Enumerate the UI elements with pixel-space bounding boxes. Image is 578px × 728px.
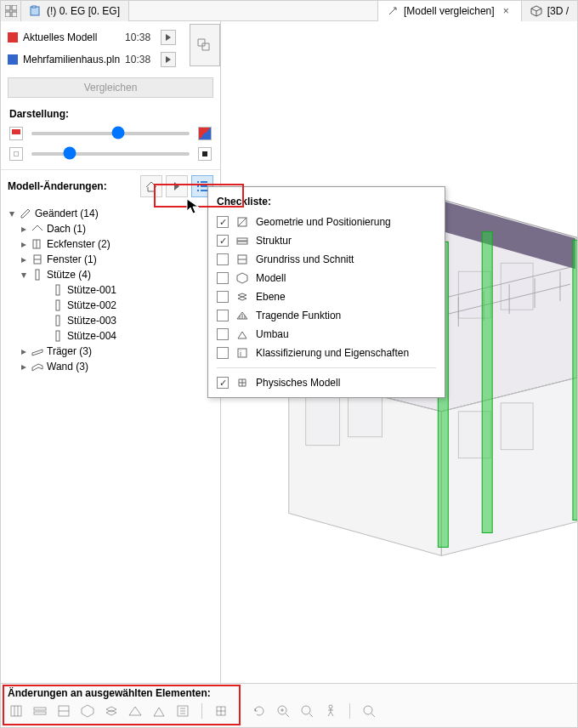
checklist-layer[interactable]: Ebene (208, 287, 445, 306)
column-icon (31, 269, 43, 281)
geometry-icon (235, 215, 249, 229)
checklist-plan[interactable]: Grundriss und Schnitt (208, 250, 445, 269)
arrow-button[interactable] (166, 175, 188, 197)
tab-floorplan-label: (!) 0. EG [0. EG] (47, 5, 120, 17)
search-icon[interactable] (360, 702, 377, 719)
renovation-icon[interactable] (150, 702, 167, 719)
checkbox-checked-icon[interactable]: ✓ (217, 216, 229, 228)
tree-col-002[interactable]: Stütze-002 (8, 298, 213, 313)
color-b-icon[interactable] (198, 127, 212, 140)
tree-column-label: Stütze (4) (47, 269, 91, 281)
close-icon[interactable]: × (500, 5, 513, 17)
svg-line-63 (309, 714, 313, 717)
chevron-down-icon[interactable]: ▾ (8, 208, 16, 219)
checkbox-checked-icon[interactable]: ✓ (217, 235, 229, 247)
zoom-fit-icon[interactable] (298, 702, 315, 719)
checkbox-unchecked-icon[interactable] (217, 328, 229, 340)
play-button-a[interactable] (161, 30, 176, 45)
physical-icon (235, 376, 249, 390)
tab-3d[interactable]: [3D / (522, 1, 577, 21)
structural-icon[interactable] (127, 702, 144, 719)
tree-window[interactable]: ▸ Fenster (1) (8, 252, 213, 267)
model-a-time: 10:38 (125, 31, 156, 43)
svg-line-39 (238, 218, 246, 226)
svg-rect-20 (306, 395, 340, 446)
plan-icon (30, 5, 42, 17)
svg-rect-47 (34, 708, 46, 710)
color-slider[interactable] (31, 132, 190, 135)
tab-compare[interactable]: [Modell vergleichen] × (378, 1, 522, 21)
chevron-right-icon[interactable]: ▸ (20, 253, 28, 265)
geometry-icon[interactable] (8, 702, 25, 719)
cornerwin-icon (31, 238, 43, 250)
checklist-geometry[interactable]: ✓ Geometrie und Positionierung (208, 213, 445, 231)
chevron-right-icon[interactable]: ▸ (20, 361, 28, 373)
checklist-structure[interactable]: ✓ Struktur (208, 231, 445, 250)
svg-rect-13 (56, 316, 60, 326)
zoom-in-icon[interactable] (275, 702, 292, 719)
model-icon[interactable] (79, 702, 96, 719)
checkbox-unchecked-icon[interactable] (217, 310, 229, 321)
svg-line-59 (286, 714, 289, 717)
svg-rect-10 (36, 270, 39, 280)
chevron-right-icon[interactable]: ▸ (20, 223, 28, 235)
tree-root[interactable]: ▾ Geändert (14) (8, 206, 213, 221)
tree-wall[interactable]: ▸ Wand (3) (8, 359, 213, 374)
layer-icon (235, 290, 249, 304)
tree-col-002-label: Stütze-002 (67, 299, 116, 311)
tree-beam[interactable]: ▸ Träger (3) (8, 344, 213, 359)
checkbox-unchecked-icon[interactable] (217, 272, 229, 284)
svg-point-65 (364, 706, 372, 714)
chevron-right-icon[interactable]: ▸ (20, 238, 28, 250)
layer-icon[interactable] (103, 702, 120, 719)
checkbox-unchecked-icon[interactable] (217, 253, 229, 265)
tree-wall-label: Wand (3) (47, 361, 88, 373)
model-a-row: Aktuelles Modell 10:38 (8, 26, 176, 48)
chevron-right-icon[interactable]: ▸ (20, 345, 28, 357)
bottom-title: Änderungen an ausgewählten Elementen: (1, 684, 577, 699)
thumbnails-icon[interactable] (1, 1, 21, 21)
checklist-geometry-label: Geometrie und Positionierung (256, 216, 391, 228)
beam-icon (31, 345, 43, 357)
svg-rect-36 (482, 231, 492, 532)
checkbox-checked-icon[interactable]: ✓ (217, 377, 229, 389)
tab-compare-label: [Modell vergleichen] (404, 5, 495, 17)
tree-roof[interactable]: ▸ Dach (1) (8, 221, 213, 236)
play-button-b[interactable] (161, 52, 176, 67)
cube-icon (530, 5, 542, 17)
checkbox-unchecked-icon[interactable] (217, 347, 229, 359)
merge-button[interactable] (190, 24, 220, 66)
refresh-icon[interactable] (251, 702, 268, 719)
physical-icon[interactable] (212, 702, 230, 719)
plan-icon[interactable] (55, 702, 72, 719)
classify-icon[interactable] (174, 702, 191, 719)
opacity-min-icon[interactable] (9, 147, 23, 161)
changes-title: Modell-Änderungen: (8, 180, 137, 192)
tab-floorplan[interactable]: (!) 0. EG [0. EG] (21, 1, 129, 21)
tree-col-003[interactable]: Stütze-003 (8, 313, 213, 328)
chevron-down-icon[interactable]: ▾ (20, 269, 28, 281)
opacity-slider[interactable] (31, 152, 190, 156)
checklist-model[interactable]: Modell (208, 269, 445, 287)
structure-icon[interactable] (31, 702, 48, 719)
checklist-renovation[interactable]: Umbau (208, 325, 445, 344)
tree-cornerwindow[interactable]: ▸ Eckfenster (2) (8, 236, 213, 252)
color-a-icon[interactable] (9, 127, 23, 140)
checklist-structural[interactable]: Tragende Funktion (208, 306, 445, 325)
checklist-model-label: Modell (256, 272, 286, 284)
opacity-max-icon[interactable] (198, 147, 212, 161)
svg-rect-0 (5, 5, 10, 10)
checklist-classify[interactable]: i Klassifizierung und Eigenschaften (208, 344, 445, 362)
svg-rect-25 (501, 403, 533, 450)
wall-icon (31, 361, 43, 373)
walk-icon[interactable] (322, 702, 339, 719)
tree-col-004[interactable]: Stütze-004 (8, 328, 213, 344)
svg-rect-2 (5, 12, 10, 17)
checkbox-unchecked-icon[interactable] (217, 291, 229, 303)
tree-cornerwindow-label: Eckfenster (2) (47, 238, 110, 250)
tree-col-001[interactable]: Stütze-001 (8, 282, 213, 298)
tree-column[interactable]: ▾ Stütze (4) (8, 267, 213, 282)
house-up-button[interactable] (140, 175, 162, 197)
checklist-physical[interactable]: ✓ Physisches Modell (208, 373, 445, 392)
tree-col-004-label: Stütze-004 (67, 330, 116, 342)
